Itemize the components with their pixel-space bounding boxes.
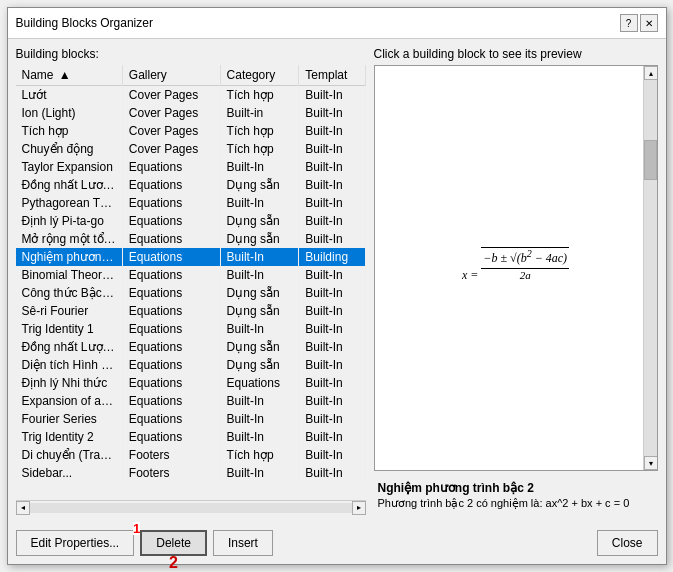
cell-name: Binomial Theorem xyxy=(16,266,123,284)
table-row[interactable]: Đồng nhất Lượng ...EquationsDụng sẵnBuil… xyxy=(16,338,366,356)
table-row[interactable]: Nghiệm phương t...EquationsBuilt-InBuild… xyxy=(16,248,366,266)
preview-desc-body: Phương trình bậc 2 có nghiệm là: ax^2 + … xyxy=(378,497,654,510)
cell-gallery: Equations xyxy=(122,392,220,410)
hscroll-track[interactable] xyxy=(30,503,352,513)
table-row[interactable]: Định lý Pi-ta-goEquationsDụng sẵnBuilt-I… xyxy=(16,212,366,230)
help-button[interactable]: ? xyxy=(620,14,638,32)
cell-name: Công thức Bậc hai xyxy=(16,284,123,302)
table-row[interactable]: Đồng nhất Lương ...EquationsDụng sẵnBuil… xyxy=(16,176,366,194)
cell-template: Built-In xyxy=(299,86,365,105)
cell-gallery: Equations xyxy=(122,410,220,428)
cell-category: Built-in xyxy=(220,104,299,122)
cell-gallery: Equations xyxy=(122,266,220,284)
preview-box: x = −b ± √(b2 − 4ac) 2a ▴ ▾ xyxy=(374,65,658,471)
building-blocks-label: Building blocks: xyxy=(16,47,366,61)
table-row[interactable]: Expansion of a SumEquationsBuilt-InBuilt… xyxy=(16,392,366,410)
table-row[interactable]: Taylor ExpansionEquationsBuilt-InBuilt-I… xyxy=(16,158,366,176)
cell-template: Built-In xyxy=(299,446,365,464)
preview-content: x = −b ± √(b2 − 4ac) 2a xyxy=(452,237,579,299)
cell-template: Built-In xyxy=(299,266,365,284)
cell-template: Built-In xyxy=(299,374,365,392)
cell-category: Built-In xyxy=(220,392,299,410)
cell-name: Mở rộng một tổng xyxy=(16,230,123,248)
table-row[interactable]: Sê-ri FourierEquationsDụng sẵnBuilt-In xyxy=(16,302,366,320)
cell-category: Dụng sẵn xyxy=(220,176,299,194)
insert-button[interactable]: Insert xyxy=(213,530,273,556)
table-row[interactable]: Định lý Nhi thứcEquationsEquationsBuilt-… xyxy=(16,374,366,392)
col-template[interactable]: Templat xyxy=(299,65,365,86)
left-panel: Building blocks: Name ▲ Gallery Category… xyxy=(16,47,366,514)
cell-gallery: Cover Pages xyxy=(122,86,220,105)
cell-name: Lướt xyxy=(16,86,123,105)
col-name[interactable]: Name ▲ xyxy=(16,65,123,86)
cell-name: Pythagorean Theo... xyxy=(16,194,123,212)
preview-scroll-down[interactable]: ▾ xyxy=(644,456,658,470)
cell-template: Built-In xyxy=(299,140,365,158)
building-blocks-table: Name ▲ Gallery Category Templat LướtCove… xyxy=(16,65,366,482)
col-category[interactable]: Category xyxy=(220,65,299,86)
sort-arrow-name: ▲ xyxy=(59,68,67,82)
cell-category: Dụng sẵn xyxy=(220,356,299,374)
table-row[interactable]: Sidebar...FootersBuilt-InBuilt-In xyxy=(16,464,366,482)
table-row[interactable]: Trig Identity 2EquationsBuilt-InBuilt-In xyxy=(16,428,366,446)
cell-category: Built-In xyxy=(220,320,299,338)
table-row[interactable]: Pythagorean Theo...EquationsBuilt-InBuil… xyxy=(16,194,366,212)
hscroll-right-btn[interactable]: ▸ xyxy=(352,501,366,515)
cell-gallery: Equations xyxy=(122,194,220,212)
cell-category: Built-In xyxy=(220,410,299,428)
edit-properties-wrapper: Edit Properties... 1 xyxy=(16,530,135,556)
preview-scroll-up[interactable]: ▴ xyxy=(644,66,658,80)
delete-wrapper: Delete 2 xyxy=(140,530,207,556)
table-row[interactable]: Chuyển độngCover PagesTích hợpBuilt-In xyxy=(16,140,366,158)
cell-name: Sidebar... xyxy=(16,464,123,482)
cell-template: Built-In xyxy=(299,230,365,248)
table-row[interactable]: Trig Identity 1EquationsBuilt-InBuilt-In xyxy=(16,320,366,338)
cell-category: Dụng sẵn xyxy=(220,284,299,302)
table-row[interactable]: Ion (Light)Cover PagesBuilt-inBuilt-In xyxy=(16,104,366,122)
cell-gallery: Equations xyxy=(122,428,220,446)
cell-name: Expansion of a Sum xyxy=(16,392,123,410)
table-row[interactable]: Mở rộng một tổngEquationsDụng sẵnBuilt-I… xyxy=(16,230,366,248)
cell-template: Built-In xyxy=(299,410,365,428)
cell-template: Built-In xyxy=(299,320,365,338)
edit-properties-button[interactable]: Edit Properties... xyxy=(16,530,135,556)
delete-button[interactable]: Delete xyxy=(140,530,207,556)
table-row[interactable]: Diện tích Hình trònEquationsDụng sẵnBuil… xyxy=(16,356,366,374)
cell-template: Built-In xyxy=(299,302,365,320)
badge-2: 2 xyxy=(169,554,178,572)
close-button[interactable]: Close xyxy=(597,530,658,556)
cell-template: Built-In xyxy=(299,392,365,410)
cell-category: Built-In xyxy=(220,266,299,284)
table-row[interactable]: LướtCover PagesTích hợpBuilt-In xyxy=(16,86,366,105)
cell-name: Trig Identity 2 xyxy=(16,428,123,446)
table-header-row: Name ▲ Gallery Category Templat xyxy=(16,65,366,86)
col-gallery[interactable]: Gallery xyxy=(122,65,220,86)
cell-gallery: Cover Pages xyxy=(122,104,220,122)
cell-gallery: Cover Pages xyxy=(122,122,220,140)
cell-template: Built-In xyxy=(299,464,365,482)
cell-template: Built-In xyxy=(299,338,365,356)
cell-template: Building xyxy=(299,248,365,266)
preview-scroll-thumb[interactable] xyxy=(644,140,657,180)
horizontal-scrollbar[interactable]: ◂ ▸ xyxy=(16,500,366,514)
table-row[interactable]: Fourier SeriesEquationsBuilt-InBuilt-In xyxy=(16,410,366,428)
table-row[interactable]: Di chuyển (Trang lẻ)FootersTích hợpBuilt… xyxy=(16,446,366,464)
dialog-title: Building Blocks Organizer xyxy=(16,16,153,30)
cell-name: Di chuyển (Trang lẻ) xyxy=(16,446,123,464)
cell-name: Diện tích Hình tròn xyxy=(16,356,123,374)
cell-category: Equations xyxy=(220,374,299,392)
preview-scroll-track[interactable] xyxy=(644,80,657,456)
cell-gallery: Equations xyxy=(122,338,220,356)
cell-name: Ion (Light) xyxy=(16,104,123,122)
hscroll-left-btn[interactable]: ◂ xyxy=(16,501,30,515)
table-row[interactable]: Công thức Bậc haiEquationsDụng sẵnBuilt-… xyxy=(16,284,366,302)
close-x-button[interactable]: ✕ xyxy=(640,14,658,32)
cell-name: Đồng nhất Lượng ... xyxy=(16,338,123,356)
table-row[interactable]: Tích hợpCover PagesTích hợpBuilt-In xyxy=(16,122,366,140)
title-bar: Building Blocks Organizer ? ✕ xyxy=(8,8,666,39)
cell-template: Built-In xyxy=(299,158,365,176)
table-row[interactable]: Binomial TheoremEquationsBuilt-InBuilt-I… xyxy=(16,266,366,284)
table-scroll[interactable]: Name ▲ Gallery Category Templat LướtCove… xyxy=(16,65,366,500)
cell-category: Dụng sẵn xyxy=(220,302,299,320)
preview-vscroll[interactable]: ▴ ▾ xyxy=(643,66,657,470)
